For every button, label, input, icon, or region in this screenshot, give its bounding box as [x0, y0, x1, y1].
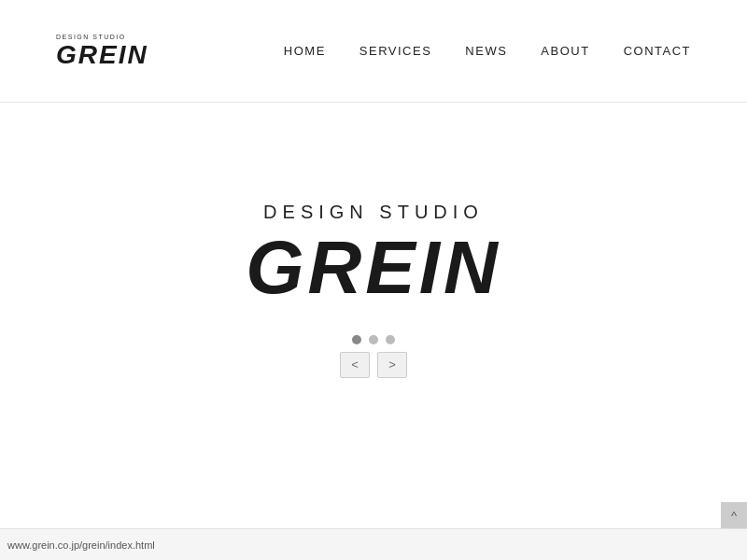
logo-main: GREIN	[56, 42, 148, 68]
nav-services[interactable]: SERVICES	[359, 44, 432, 58]
logo[interactable]: DESIGN STUDIO GREIN	[56, 34, 148, 68]
hero-subtitle: DESIGN STUDIO	[263, 202, 484, 223]
nav-contact[interactable]: CONTACT	[624, 44, 691, 58]
site-header: DESIGN STUDIO GREIN HOME SERVICES NEWS A…	[0, 0, 747, 103]
nav-home[interactable]: HOME	[284, 44, 326, 58]
slider-controls: < >	[340, 335, 407, 378]
nav-about[interactable]: ABOUT	[541, 44, 589, 58]
dot-2[interactable]	[369, 335, 378, 344]
main-nav: HOME SERVICES NEWS ABOUT CONTACT	[284, 44, 691, 58]
nav-news[interactable]: NEWS	[465, 44, 507, 58]
prev-button[interactable]: <	[340, 352, 370, 378]
slider-dots	[352, 335, 395, 344]
logo-subtitle: DESIGN STUDIO	[56, 34, 126, 40]
next-button[interactable]: >	[377, 352, 407, 378]
footer-bar: www.grein.co.jp/grein/index.html	[0, 528, 747, 560]
hero-title: GREIN	[246, 231, 500, 305]
url-display: www.grein.co.jp/grein/index.html	[7, 539, 155, 551]
hero-section: DESIGN STUDIO GREIN < >	[0, 103, 747, 476]
dot-3[interactable]	[386, 335, 395, 344]
dot-1[interactable]	[352, 335, 361, 344]
scroll-top-button[interactable]: ^	[721, 502, 747, 528]
slider-arrows: < >	[340, 352, 407, 378]
